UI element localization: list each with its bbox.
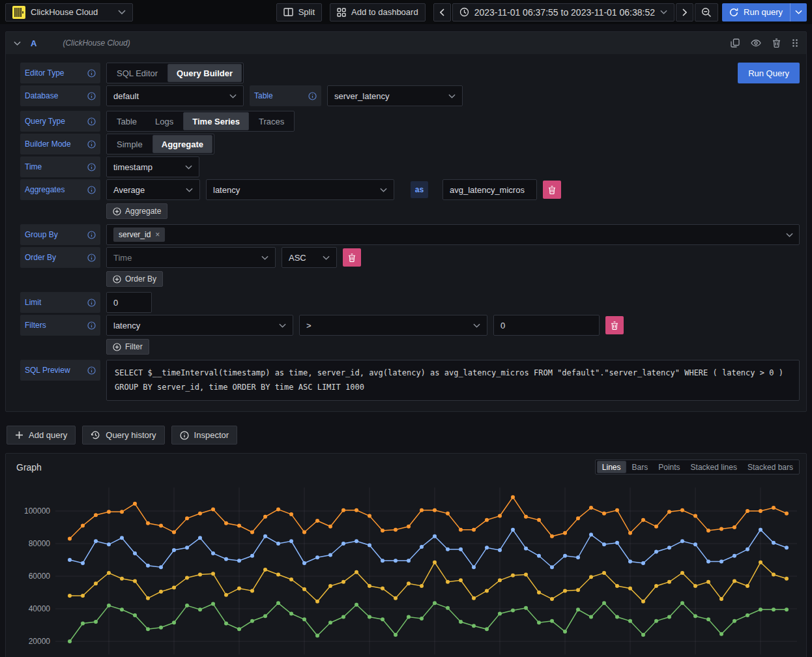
table-select[interactable]: server_latency xyxy=(327,85,463,106)
series-point[interactable] xyxy=(472,596,476,600)
builder-mode-option-aggregate[interactable]: Aggregate xyxy=(152,135,212,153)
series-point[interactable] xyxy=(732,619,736,623)
series-point[interactable] xyxy=(81,524,85,528)
series-point[interactable] xyxy=(511,495,515,499)
series-point[interactable] xyxy=(146,627,150,631)
series-point[interactable] xyxy=(433,508,437,512)
timeseries-chart[interactable]: 1000008000060000400002000006:38:0006:38:… xyxy=(11,477,801,657)
drag-handle-icon[interactable] xyxy=(792,38,798,48)
graph-style-points[interactable]: Points xyxy=(654,461,684,473)
series-point[interactable] xyxy=(524,606,528,610)
series-point[interactable] xyxy=(433,601,437,605)
series-point[interactable] xyxy=(394,596,398,600)
series-point[interactable] xyxy=(250,589,254,593)
series-point[interactable] xyxy=(550,534,554,538)
series-point[interactable] xyxy=(537,620,541,624)
series-point[interactable] xyxy=(355,570,358,574)
series-point[interactable] xyxy=(680,601,684,605)
series-point[interactable] xyxy=(407,615,411,619)
series-point[interactable] xyxy=(615,584,619,588)
series-point[interactable] xyxy=(250,619,254,623)
series-point[interactable] xyxy=(785,577,789,581)
series-point[interactable] xyxy=(472,565,476,569)
order-by-direction-select[interactable]: ASC xyxy=(282,247,337,268)
series-point[interactable] xyxy=(576,607,580,611)
series-point[interactable] xyxy=(498,514,502,518)
info-icon[interactable] xyxy=(87,140,96,149)
series-point[interactable] xyxy=(615,508,619,512)
series-point[interactable] xyxy=(706,560,710,564)
series-point[interactable] xyxy=(693,514,697,518)
series-point[interactable] xyxy=(146,596,150,600)
series-point[interactable] xyxy=(524,515,528,519)
series-point[interactable] xyxy=(133,579,137,583)
series-point[interactable] xyxy=(615,615,619,619)
query-row-header[interactable]: A (ClickHouse Cloud) xyxy=(6,32,806,54)
series-point[interactable] xyxy=(628,531,632,535)
info-icon[interactable] xyxy=(87,254,96,262)
series-point[interactable] xyxy=(511,528,515,532)
series-point[interactable] xyxy=(746,613,749,617)
series-point[interactable] xyxy=(341,508,345,512)
series-point[interactable] xyxy=(589,615,593,619)
aggregate-alias-input[interactable]: avg_latency_micros xyxy=(442,179,537,200)
series-point[interactable] xyxy=(276,573,280,577)
graph-style-bars[interactable]: Bars xyxy=(628,461,653,473)
series-point[interactable] xyxy=(485,589,489,593)
zoom-out-button[interactable] xyxy=(695,3,718,22)
datasource-picker[interactable]: ClickHouse Cloud xyxy=(5,3,133,22)
series-point[interactable] xyxy=(589,575,593,579)
series-point[interactable] xyxy=(719,597,723,601)
series-point[interactable] xyxy=(185,546,189,549)
add-query-button[interactable]: Add query xyxy=(7,426,76,445)
series-point[interactable] xyxy=(146,564,150,568)
series-point[interactable] xyxy=(94,513,98,517)
series-point[interactable] xyxy=(420,584,424,588)
series-point[interactable] xyxy=(68,537,72,541)
series-point[interactable] xyxy=(159,524,163,528)
series-point[interactable] xyxy=(198,536,202,540)
split-button[interactable]: Split xyxy=(276,3,322,22)
series-point[interactable] xyxy=(355,539,358,543)
series-point[interactable] xyxy=(511,609,515,613)
series-point[interactable] xyxy=(667,546,671,549)
info-icon[interactable] xyxy=(87,163,96,171)
series-point[interactable] xyxy=(198,607,202,611)
series-point[interactable] xyxy=(302,561,306,565)
collapse-chevron-icon[interactable] xyxy=(14,41,21,46)
series-point[interactable] xyxy=(420,617,424,620)
series-point[interactable] xyxy=(602,571,606,575)
series-point[interactable] xyxy=(315,555,319,559)
series-point[interactable] xyxy=(133,551,137,555)
query-history-button[interactable]: Query history xyxy=(82,426,164,445)
series-point[interactable] xyxy=(472,528,476,532)
series-point[interactable] xyxy=(120,510,124,514)
series-point[interactable] xyxy=(355,508,358,512)
remove-aggregate-button[interactable] xyxy=(543,181,561,199)
series-point[interactable] xyxy=(641,600,645,604)
series-point[interactable] xyxy=(237,559,241,562)
time-shift-forward-button[interactable] xyxy=(676,3,693,22)
info-icon[interactable] xyxy=(87,117,96,126)
add-order-by-button[interactable]: Order By xyxy=(106,271,163,287)
series-point[interactable] xyxy=(133,613,137,617)
series-point[interactable] xyxy=(120,536,124,540)
series-point[interactable] xyxy=(641,561,645,565)
series-point[interactable] xyxy=(772,541,776,545)
series-point[interactable] xyxy=(706,529,710,533)
series-point[interactable] xyxy=(407,559,411,562)
series-point[interactable] xyxy=(315,519,319,523)
series-point[interactable] xyxy=(224,593,228,597)
series-point[interactable] xyxy=(381,587,384,591)
graph-style-lines[interactable]: Lines xyxy=(597,461,626,473)
series-point[interactable] xyxy=(420,545,424,549)
series-point[interactable] xyxy=(732,525,736,529)
series-point[interactable] xyxy=(785,607,789,611)
duplicate-query-icon[interactable] xyxy=(731,38,740,48)
series-point[interactable] xyxy=(394,528,398,532)
add-filter-button[interactable]: Filter xyxy=(106,339,149,355)
series-point[interactable] xyxy=(524,547,528,551)
series-point[interactable] xyxy=(785,512,789,516)
series-point[interactable] xyxy=(159,590,163,594)
series-point[interactable] xyxy=(381,617,384,621)
